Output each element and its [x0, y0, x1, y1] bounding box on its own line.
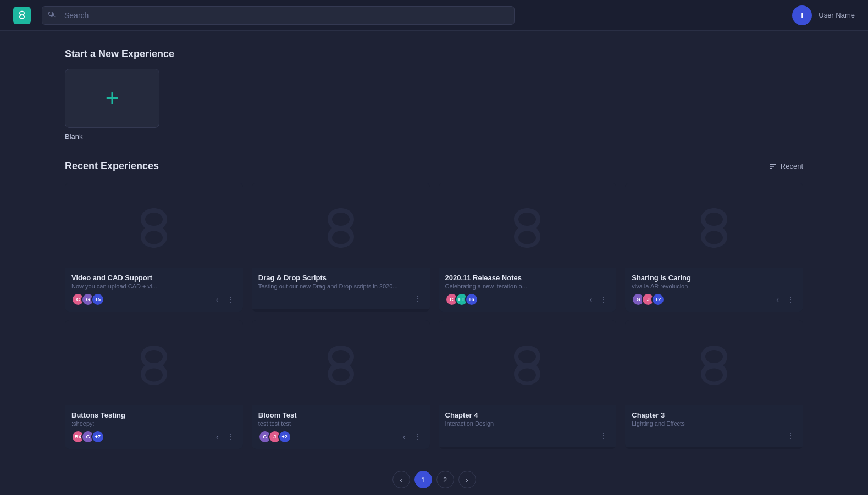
exp-subtitle: :sheepy: [71, 420, 236, 427]
exp-thumbnail [625, 183, 803, 268]
exp-footer: Chapter 4 Interaction Design ⋮ [439, 405, 617, 447]
extra-count-badge: +6 [465, 293, 478, 306]
chevron-left-button[interactable]: ‹ [401, 431, 408, 442]
recent-title: Recent Experiences [65, 160, 159, 172]
exp-subtitle: Now you can upload CAD + vi... [71, 283, 236, 290]
exp-footer-row: CG+5 ‹ ⋮ [71, 293, 236, 306]
avatars-group: BXG+7 [71, 430, 104, 443]
extra-count-badge: +2 [278, 430, 291, 443]
exp-title: Drag & Drop Scripts [258, 274, 423, 282]
exp-title: Buttons Testing [71, 411, 236, 419]
exp-title: Sharing is Caring [632, 274, 797, 282]
new-experience-title: Start a New Experience [65, 48, 803, 60]
exp-footer: Drag & Drop Scripts Testing out our new … [252, 268, 430, 309]
blank-card[interactable]: + [65, 69, 159, 128]
more-options-button[interactable]: ⋮ [598, 430, 610, 441]
exp-thumbnail [439, 183, 617, 268]
experience-card[interactable]: Chapter 4 Interaction Design ⋮ [439, 320, 617, 449]
exp-logo-icon [692, 341, 736, 385]
exp-subtitle: Celebrating a new iteration o... [445, 283, 610, 290]
footer-actions: ‹ ⋮ [774, 294, 797, 305]
more-options-button[interactable]: ⋮ [411, 431, 423, 442]
more-options-button[interactable]: ⋮ [224, 431, 236, 442]
exp-logo-icon [319, 341, 363, 385]
page-2-button[interactable]: 2 [436, 471, 454, 488]
exp-footer: Bloom Test test test test GJ+2 ‹ ⋮ [252, 405, 430, 449]
chevron-left-button[interactable]: ‹ [214, 431, 221, 442]
sort-icon [769, 162, 777, 171]
exp-logo-icon [132, 204, 176, 248]
exp-thumbnail [625, 320, 803, 405]
exp-thumbnail [65, 183, 243, 268]
exp-footer: Video and CAD Support Now you can upload… [65, 268, 243, 312]
search-input[interactable] [42, 6, 515, 25]
exp-title: Bloom Test [258, 411, 423, 419]
exp-footer: Chapter 3 Lighting and Effects ⋮ [625, 405, 803, 447]
avatars-group: CG+5 [71, 293, 104, 306]
exp-subtitle: test test test [258, 420, 423, 427]
exp-footer-row: GJ+2 ‹ ⋮ [632, 293, 797, 306]
user-avatar[interactable]: I [792, 5, 812, 25]
extra-count-badge: +5 [91, 293, 104, 306]
more-options-button[interactable]: ⋮ [224, 294, 236, 305]
exp-footer: Sharing is Caring viva la AR revolucion … [625, 268, 803, 312]
exp-thumbnail [252, 320, 430, 405]
exp-footer-row: GJ+2 ‹ ⋮ [258, 430, 423, 443]
exp-subtitle: Interaction Design [445, 420, 610, 427]
exp-footer-row: ⋮ [258, 293, 423, 304]
footer-actions: ‹ ⋮ [588, 294, 610, 305]
exp-logo-icon [505, 204, 549, 248]
avatars-group: CET+6 [445, 293, 478, 306]
more-options-button[interactable]: ⋮ [784, 430, 797, 441]
experience-grid: Video and CAD Support Now you can upload… [65, 183, 803, 449]
more-options-button[interactable]: ⋮ [784, 294, 797, 305]
sort-label: Recent [781, 162, 803, 170]
exp-title: Chapter 4 [445, 411, 610, 419]
exp-thumbnail [252, 183, 430, 268]
exp-title: Chapter 3 [632, 411, 797, 419]
extra-count-badge: +7 [91, 430, 104, 443]
blank-label: Blank [65, 132, 83, 141]
experience-card[interactable]: Video and CAD Support Now you can upload… [65, 183, 243, 312]
experience-card[interactable]: Bloom Test test test test GJ+2 ‹ ⋮ [252, 320, 430, 449]
exp-thumbnail [65, 320, 243, 405]
exp-footer: 2020.11 Release Notes Celebrating a new … [439, 268, 617, 312]
prev-page-button[interactable]: ‹ [392, 471, 410, 488]
exp-title: 2020.11 Release Notes [445, 274, 610, 282]
search-bar [42, 6, 515, 25]
more-options-button[interactable]: ⋮ [598, 294, 610, 305]
avatars-group: GJ+2 [632, 293, 665, 306]
footer-actions: ⋮ [784, 430, 797, 441]
page-1-button[interactable]: 1 [414, 471, 432, 488]
chevron-left-button[interactable]: ‹ [774, 294, 781, 305]
experience-card[interactable]: Drag & Drop Scripts Testing out our new … [252, 183, 430, 312]
footer-actions: ‹ ⋮ [214, 294, 236, 305]
experience-card[interactable]: 2020.11 Release Notes Celebrating a new … [439, 183, 617, 312]
experience-card[interactable]: Buttons Testing :sheepy: BXG+7 ‹ ⋮ [65, 320, 243, 449]
search-icon [48, 10, 56, 20]
footer-actions: ⋮ [411, 293, 423, 304]
experience-card[interactable]: Sharing is Caring viva la AR revolucion … [625, 183, 803, 312]
avatars-group: GJ+2 [258, 430, 291, 443]
exp-logo-icon [505, 341, 549, 385]
more-options-button[interactable]: ⋮ [411, 293, 423, 304]
extra-count-badge: +2 [651, 293, 665, 306]
footer-actions: ⋮ [598, 430, 610, 441]
chevron-left-button[interactable]: ‹ [214, 294, 221, 305]
experience-card[interactable]: Chapter 3 Lighting and Effects ⋮ [625, 320, 803, 449]
sort-button[interactable]: Recent [769, 162, 803, 171]
plus-icon: + [106, 87, 119, 110]
exp-footer-row: ⋮ [445, 430, 610, 441]
exp-subtitle: viva la AR revolucion [632, 283, 797, 290]
exp-thumbnail [439, 320, 617, 405]
exp-logo-icon [319, 204, 363, 248]
exp-footer-row: BXG+7 ‹ ⋮ [71, 430, 236, 443]
footer-actions: ‹ ⋮ [214, 431, 236, 442]
exp-title: Video and CAD Support [71, 274, 236, 282]
next-page-button[interactable]: › [458, 471, 476, 488]
exp-footer-row: ⋮ [632, 430, 797, 441]
app-logo[interactable] [13, 7, 31, 24]
exp-subtitle: Lighting and Effects [632, 420, 797, 427]
pagination: ‹ 1 2 › [65, 471, 803, 488]
chevron-left-button[interactable]: ‹ [588, 294, 595, 305]
